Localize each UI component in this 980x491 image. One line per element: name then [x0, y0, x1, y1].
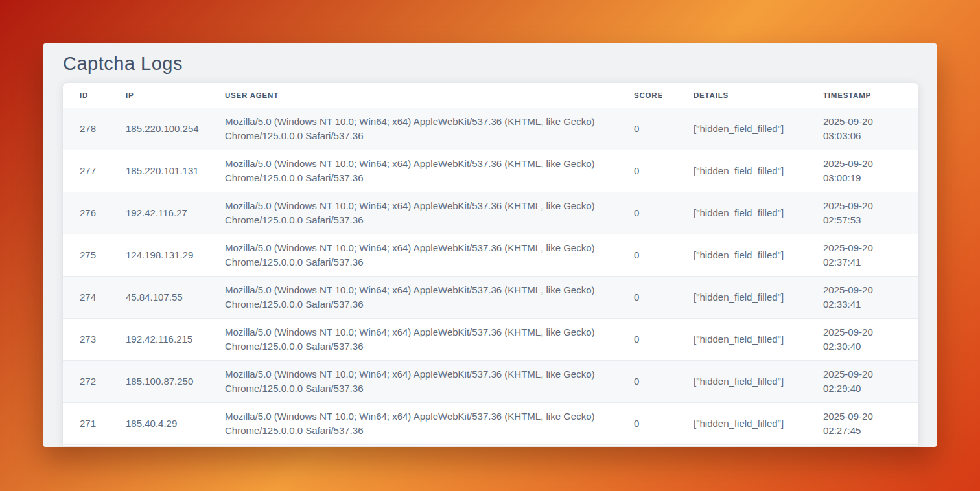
- table-row: 278 185.220.100.254 Mozilla/5.0 (Windows…: [63, 108, 918, 150]
- cell-id: 273: [63, 319, 126, 361]
- table-row: 274 45.84.107.55 Mozilla/5.0 (Windows NT…: [63, 277, 918, 319]
- cell-id: 275: [63, 234, 126, 277]
- table-row: 276 192.42.116.27 Mozilla/5.0 (Windows N…: [63, 192, 918, 234]
- cell-id: 271: [63, 403, 126, 445]
- cell-timestamp: 2025-09-20 02:30:40: [823, 319, 918, 361]
- table-row: 272 185.100.87.250 Mozilla/5.0 (Windows …: [63, 361, 918, 403]
- cell-id: 276: [63, 192, 126, 234]
- cell-details: ["hidden_field_filled"]: [694, 108, 823, 150]
- column-header-score: SCORE: [634, 83, 694, 108]
- cell-timestamp: 2025-09-20 02:33:41: [823, 277, 918, 319]
- cell-user-agent: Mozilla/5.0 (Windows NT 10.0; Win64; x64…: [225, 319, 634, 361]
- cell-timestamp: 2025-09-20 02:27:45: [823, 403, 918, 445]
- cell-score: 0: [634, 192, 694, 234]
- table-row: 271 185.40.4.29 Mozilla/5.0 (Windows NT …: [63, 403, 918, 445]
- column-header-id: ID: [63, 83, 126, 108]
- cell-score: 0: [634, 150, 694, 192]
- column-header-ip: IP: [126, 83, 225, 108]
- cell-ip: 192.42.116.215: [126, 319, 225, 361]
- cell-timestamp: 2025-09-20 02:37:41: [823, 234, 918, 277]
- cell-id: 278: [63, 108, 126, 150]
- table-row: 275 124.198.131.29 Mozilla/5.0 (Windows …: [63, 234, 918, 277]
- cell-details: ["hidden_field_filled"]: [694, 277, 823, 319]
- cell-user-agent: Mozilla/5.0 (Windows NT 10.0; Win64; x64…: [225, 108, 634, 150]
- cell-details: ["hidden_field_filled"]: [694, 150, 823, 192]
- cell-score: 0: [634, 361, 694, 403]
- page-background: { "page": { "title": "Captcha Logs" }, "…: [0, 0, 980, 491]
- page-title: Captcha Logs: [43, 43, 937, 83]
- column-header-timestamp: TIMESTAMP: [823, 83, 918, 108]
- table-header-row: ID IP USER AGENT SCORE DETAILS TIMESTAMP: [63, 83, 918, 108]
- cell-details: ["hidden_field_filled"]: [694, 192, 823, 234]
- cell-user-agent: Mozilla/5.0 (Windows NT 10.0; Win64; x64…: [225, 192, 634, 234]
- column-header-details: DETAILS: [694, 83, 823, 108]
- captcha-logs-card: Captcha Logs ID IP USER AGENT SCORE DETA…: [43, 43, 937, 447]
- cell-score: 0: [634, 108, 694, 150]
- captcha-logs-table: ID IP USER AGENT SCORE DETAILS TIMESTAMP…: [63, 83, 918, 445]
- cell-id: 277: [63, 150, 126, 192]
- cell-timestamp: 2025-09-20 02:57:53: [823, 192, 918, 234]
- cell-score: 0: [634, 234, 694, 277]
- cell-id: 272: [63, 361, 126, 403]
- cell-ip: 192.42.116.27: [126, 192, 225, 234]
- cell-score: 0: [634, 319, 694, 361]
- cell-user-agent: Mozilla/5.0 (Windows NT 10.0; Win64; x64…: [225, 234, 634, 277]
- cell-user-agent: Mozilla/5.0 (Windows NT 10.0; Win64; x64…: [225, 150, 634, 192]
- cell-details: ["hidden_field_filled"]: [694, 403, 823, 445]
- cell-details: ["hidden_field_filled"]: [694, 234, 823, 277]
- table-row: 277 185.220.101.131 Mozilla/5.0 (Windows…: [63, 150, 918, 192]
- cell-user-agent: Mozilla/5.0 (Windows NT 10.0; Win64; x64…: [225, 361, 634, 403]
- cell-timestamp: 2025-09-20 03:03:06: [823, 108, 918, 150]
- column-header-user-agent: USER AGENT: [225, 83, 634, 108]
- table-row: 273 192.42.116.215 Mozilla/5.0 (Windows …: [63, 319, 918, 361]
- cell-timestamp: 2025-09-20 03:00:19: [823, 150, 918, 192]
- cell-ip: 185.100.87.250: [126, 361, 225, 403]
- cell-score: 0: [634, 403, 694, 445]
- cell-score: 0: [634, 277, 694, 319]
- cell-ip: 45.84.107.55: [126, 277, 225, 319]
- table-header: ID IP USER AGENT SCORE DETAILS TIMESTAMP: [63, 83, 918, 108]
- cell-details: ["hidden_field_filled"]: [694, 361, 823, 403]
- cell-ip: 185.40.4.29: [126, 403, 225, 445]
- logs-table-container: ID IP USER AGENT SCORE DETAILS TIMESTAMP…: [63, 83, 918, 446]
- cell-user-agent: Mozilla/5.0 (Windows NT 10.0; Win64; x64…: [225, 277, 634, 319]
- table-body: 278 185.220.100.254 Mozilla/5.0 (Windows…: [63, 108, 918, 445]
- cell-ip: 185.220.100.254: [126, 108, 225, 150]
- cell-ip: 185.220.101.131: [126, 150, 225, 192]
- cell-id: 274: [63, 277, 126, 319]
- cell-user-agent: Mozilla/5.0 (Windows NT 10.0; Win64; x64…: [225, 403, 634, 445]
- cell-details: ["hidden_field_filled"]: [694, 319, 823, 361]
- cell-ip: 124.198.131.29: [126, 234, 225, 277]
- cell-timestamp: 2025-09-20 02:29:40: [823, 361, 918, 403]
